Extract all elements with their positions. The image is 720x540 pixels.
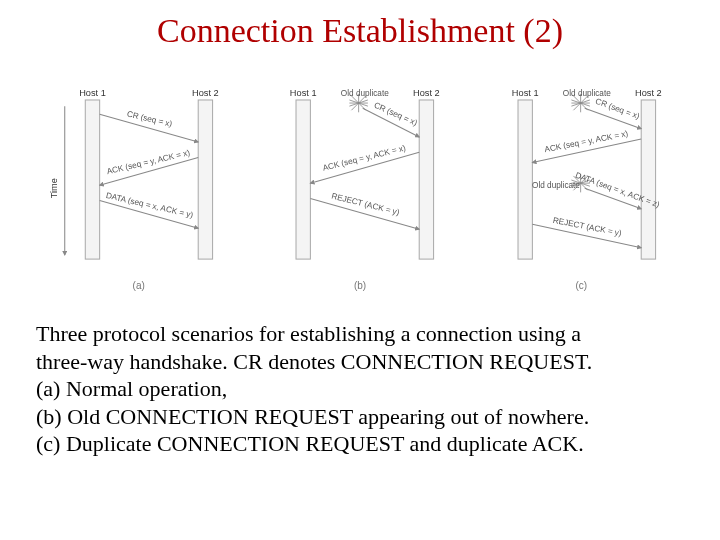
slide-title: Connection Establishment (2)	[0, 12, 720, 50]
time-axis-label: Time	[49, 178, 59, 198]
msg-b3: REJECT (ACK = y)	[331, 192, 401, 218]
msg-a1: CR (seq = x)	[126, 110, 173, 129]
svg-rect-18	[641, 100, 655, 259]
msg-b1: CR (seq = x)	[373, 101, 419, 128]
caption-line: (a) Normal operation,	[36, 375, 684, 403]
svg-rect-17	[518, 100, 532, 259]
caption-line: (c) Duplicate CONNECTION REQUEST and dup…	[36, 430, 684, 458]
svg-rect-1	[198, 100, 212, 259]
msg-c1: CR (seq = x)	[594, 97, 641, 121]
host1-label: Host 1	[512, 88, 539, 98]
diagram-b: Host 1 Host 2	[257, 78, 462, 278]
host2-label: Host 2	[192, 88, 219, 98]
caption-line: three-way handshake. CR denotes CONNECTI…	[36, 348, 684, 376]
figure-row: Host 1 Host 2 Time CR (seq = x) ACK (seq…	[36, 78, 684, 298]
panel-b-sub: (b)	[257, 280, 462, 291]
svg-rect-7	[420, 100, 434, 259]
panel-a: Host 1 Host 2 Time CR (seq = x) ACK (seq…	[36, 78, 241, 298]
panel-b: Host 1 Host 2	[257, 78, 462, 298]
caption-line: (b) Old CONNECTION REQUEST appearing out…	[36, 403, 684, 431]
diagram-c: Host 1 Host 2	[479, 78, 684, 278]
host2-label: Host 2	[635, 88, 662, 98]
old-duplicate-label: Old duplicate	[341, 89, 389, 98]
svg-rect-6	[296, 100, 310, 259]
panel-c-sub: (c)	[479, 280, 684, 291]
panel-c: Host 1 Host 2	[479, 78, 684, 298]
caption-line: Three protocol scenarios for establishin…	[36, 320, 684, 348]
host2-label: Host 2	[413, 88, 440, 98]
old-duplicate-label: Old duplicate	[563, 89, 611, 98]
caption-block: Three protocol scenarios for establishin…	[36, 320, 684, 458]
msg-c4: REJECT (ACK = y)	[552, 216, 623, 238]
old-duplicate-label-2: Old duplicate	[532, 181, 580, 190]
svg-rect-0	[85, 100, 99, 259]
panel-a-sub: (a)	[36, 280, 241, 291]
host1-label: Host 1	[79, 88, 106, 98]
diagram-a: Host 1 Host 2 Time CR (seq = x) ACK (seq…	[36, 78, 241, 278]
host1-label: Host 1	[290, 88, 317, 98]
